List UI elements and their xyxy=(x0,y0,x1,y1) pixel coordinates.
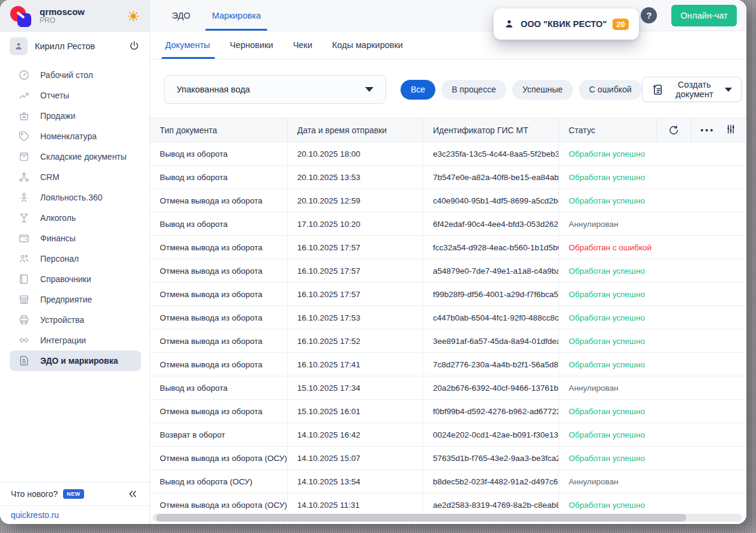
column-settings-icon[interactable] xyxy=(725,123,737,137)
staff-icon xyxy=(18,253,30,265)
table-row[interactable]: Отмена вывода из оборота 20.10.2025 12:5… xyxy=(150,189,746,212)
filters-row: Упакованная вода Все В процессе Успешные… xyxy=(150,59,746,104)
col-gis-id[interactable]: Идентификатор ГИС МТ xyxy=(423,118,558,142)
table-row[interactable]: Отмена вывода из оборота 15.10.2025 16:0… xyxy=(150,400,746,423)
brand-plan: PRO xyxy=(40,17,119,25)
sidebar-item-label: CRM xyxy=(40,172,59,182)
warehouse-icon xyxy=(18,151,30,163)
company-selector[interactable]: ООО "КВИК РЕСТО" 20 xyxy=(494,8,639,40)
logout-power-icon[interactable] xyxy=(129,40,140,52)
reference-icon xyxy=(18,273,30,285)
horizontal-scrollbar-thumb[interactable] xyxy=(156,514,686,522)
site-link-row: quickresto.ru xyxy=(0,505,150,524)
sidebar-item[interactable]: Предприятие xyxy=(10,289,141,310)
top-tabs: ЭДО Маркировка xyxy=(170,0,280,31)
cell-gis-id: 57635d1b-f765-43e2-9aa3-be3fca2... xyxy=(423,447,558,469)
help-icon[interactable]: ? xyxy=(641,7,657,23)
sub-tab[interactable]: Коды маркировки xyxy=(331,31,404,59)
sidebar-item[interactable]: Финансы xyxy=(10,228,141,248)
sidebar-item[interactable]: ЭДО и маркировка xyxy=(10,351,141,371)
sidebar-item[interactable]: Справочники xyxy=(10,269,141,289)
table-row[interactable]: Возврат в оборот 14.10.2025 16:42 0024e2… xyxy=(150,423,746,447)
sidebar-header: qrmoscow PRO xyxy=(0,0,150,32)
online-chat-button[interactable]: Онлайн-чат xyxy=(671,5,737,26)
cell-sent-at: 17.10.2025 10:20 xyxy=(287,212,423,235)
desktop-background: { "brand": { "name": "qrmoscow", "plan":… xyxy=(0,0,756,533)
table-row[interactable]: Вывод из оборота 17.10.2025 10:20 6f42ed… xyxy=(150,212,746,236)
sidebar-item[interactable]: Персонал xyxy=(10,248,141,269)
sidebar-item[interactable]: Устройства xyxy=(10,310,141,330)
table-row[interactable]: Вывод из оборота 20.10.2025 13:53 7b547e… xyxy=(150,166,746,189)
collapse-sidebar-icon[interactable] xyxy=(127,488,139,500)
col-status[interactable]: Статус xyxy=(558,118,656,142)
whats-new-link[interactable]: Что нового? xyxy=(11,489,58,499)
sidebar-item[interactable]: Рабочий стол xyxy=(10,65,141,85)
col-doc-type[interactable]: Тип документа xyxy=(150,118,287,142)
sidebar-item[interactable]: CRM xyxy=(10,167,141,187)
cell-status: Аннулирован xyxy=(558,470,746,493)
cell-gis-id: 3ee891af-6a57-45da-8a94-01dfdea... xyxy=(423,330,558,352)
company-count-badge: 20 xyxy=(612,19,628,30)
table-row[interactable]: Отмена вывода из оборота 16.10.2025 17:5… xyxy=(150,330,746,353)
sidebar-item-label: Отчеты xyxy=(40,91,69,100)
brand-name: qrmoscow xyxy=(40,7,119,17)
site-link[interactable]: quickresto.ru xyxy=(11,510,59,520)
cell-doc-type: Отмена вывода из оборота xyxy=(150,283,287,306)
create-document-button[interactable]: Создать документ xyxy=(642,77,742,102)
cell-gis-id: f99b28f9-df56-4001-a29d-f7f6bca5... xyxy=(423,283,558,306)
table-row[interactable]: Вывод из оборота 20.10.2025 18:00 e3c235… xyxy=(150,142,746,166)
current-user-row[interactable]: Кирилл Рестов xyxy=(0,32,150,60)
cell-sent-at: 15.10.2025 16:01 xyxy=(287,400,423,423)
cell-status: Аннулирован xyxy=(558,212,746,235)
sidebar-item[interactable]: Отчеты xyxy=(10,85,141,106)
table-row[interactable]: Отмена вывода из оборота 16.10.2025 17:4… xyxy=(150,353,746,376)
sidebar-item[interactable]: Складские документы xyxy=(10,146,141,167)
table-row[interactable]: Отмена вывода из оборота 16.10.2025 17:5… xyxy=(150,306,746,330)
more-actions-icon[interactable] xyxy=(701,129,713,131)
cell-status: Обработан успешно xyxy=(558,493,746,516)
sales-icon xyxy=(18,110,30,122)
cell-doc-type: Отмена вывода из оборота xyxy=(150,306,287,329)
table-body: Вывод из оборота 20.10.2025 18:00 e3c235… xyxy=(150,142,746,517)
sub-tab[interactable]: Чеки xyxy=(292,31,313,59)
create-document-label: Создать документ xyxy=(671,80,718,99)
cell-status: Обработан успешно xyxy=(558,353,746,376)
chevron-down-icon xyxy=(725,88,732,92)
table-row[interactable]: Отмена вывода из оборота 16.10.2025 17:5… xyxy=(150,283,746,306)
status-pill[interactable]: В процессе xyxy=(441,80,506,100)
sidebar-item[interactable]: Продажи xyxy=(10,106,141,126)
sub-tab[interactable]: Черновики xyxy=(229,31,274,59)
brand-text: qrmoscow PRO xyxy=(40,7,119,25)
refresh-icon[interactable] xyxy=(656,118,691,142)
sidebar-item[interactable]: Алкоголь xyxy=(10,208,141,228)
table-row[interactable]: Вывод из оборота (ОСУ) 14.10.2025 13:54 … xyxy=(150,470,746,493)
cell-gis-id: b8dec5b2-023f-4482-91a2-d497c63... xyxy=(423,470,558,493)
status-pill[interactable]: С ошибкой xyxy=(579,80,642,100)
status-pill[interactable]: Успешные xyxy=(512,80,573,100)
cell-doc-type: Отмена вывода из оборота xyxy=(150,330,287,352)
table-row[interactable]: Вывод из оборота 15.10.2025 17:34 20a2b6… xyxy=(150,376,746,400)
chevron-down-icon xyxy=(365,87,373,92)
table-header: Тип документа Дата и время отправки Иден… xyxy=(150,118,746,142)
top-tab[interactable]: ЭДО xyxy=(170,0,192,31)
status-pill[interactable]: Все xyxy=(401,80,435,100)
sub-tab[interactable]: Документы xyxy=(164,31,211,59)
table-row[interactable]: Отмена вывода из оборота (ОСУ) 14.10.202… xyxy=(150,447,746,470)
table-row[interactable]: Отмена вывода из оборота 16.10.2025 17:5… xyxy=(150,236,746,259)
loyalty-icon xyxy=(18,191,30,203)
col-sent-at[interactable]: Дата и время отправки xyxy=(287,118,423,142)
theme-toggle-sun-icon[interactable] xyxy=(127,10,140,23)
product-group-select[interactable]: Упакованная вода xyxy=(164,75,386,104)
cell-status: Обработан успешно xyxy=(558,283,746,306)
cell-doc-type: Возврат в оборот xyxy=(150,423,287,446)
sidebar-item-label: Складские документы xyxy=(40,152,127,161)
sidebar-item[interactable]: Номенклатура xyxy=(10,126,141,146)
sidebar-item[interactable]: Лояльность.360 xyxy=(10,187,141,208)
edo-icon xyxy=(18,355,30,367)
table-row[interactable]: Отмена вывода из оборота 16.10.2025 17:5… xyxy=(150,259,746,283)
cell-gis-id: fcc32a54-d928-4eac-b560-1b1d5b0... xyxy=(423,236,558,259)
documents-table: Тип документа Дата и время отправки Иден… xyxy=(150,118,746,517)
top-tab[interactable]: Маркировка xyxy=(210,0,262,31)
cell-doc-type: Вывод из оборота (ОСУ) xyxy=(150,470,287,493)
sidebar-item[interactable]: Интеграции xyxy=(10,330,141,351)
